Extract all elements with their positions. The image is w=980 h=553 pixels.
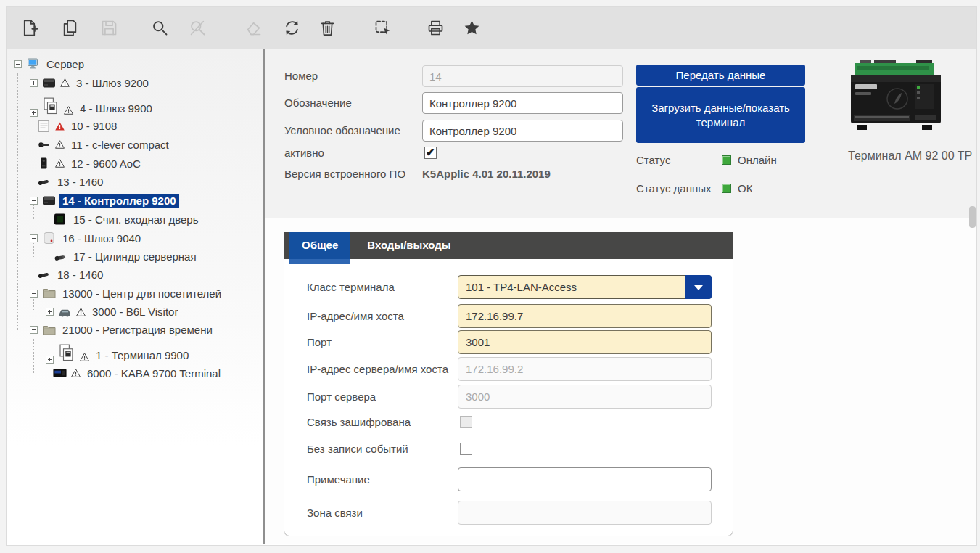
folder-icon bbox=[41, 323, 57, 337]
symbolic-designation-label: Условное обозначение bbox=[284, 120, 400, 142]
ip-address-host-field[interactable] bbox=[458, 304, 712, 328]
tree-item-label: 13 - 1460 bbox=[54, 175, 106, 189]
server-ip-address-host-field bbox=[458, 357, 712, 381]
status-indicator bbox=[722, 155, 731, 165]
cancel-search-icon bbox=[188, 18, 207, 38]
error-warning-icon bbox=[54, 121, 65, 131]
expand-plus-icon[interactable] bbox=[30, 109, 38, 117]
warning-icon bbox=[79, 352, 90, 362]
settings-tab-card: ОбщееВходы/выходы Класс терминала101 - T… bbox=[284, 232, 733, 536]
app-window: Сервер3 - Шлюз 92004 - Шлюз 990010 - 910… bbox=[6, 6, 977, 546]
designation-field[interactable] bbox=[422, 92, 623, 114]
tree-item-label: 18 - 1460 bbox=[54, 268, 106, 282]
expand-plus-icon[interactable] bbox=[46, 356, 54, 364]
tree-item-13000-центр-для-посетителей[interactable]: 13000 - Центр для посетителей bbox=[7, 284, 263, 303]
number-label: Номер bbox=[284, 65, 318, 87]
symbolic-designation-field[interactable] bbox=[422, 120, 623, 142]
lever-icon bbox=[36, 137, 52, 152]
warning-icon bbox=[75, 307, 86, 317]
firmware-version-value: K5Applic 4.01 20.11.2019 bbox=[422, 168, 551, 180]
collapse-minus-icon[interactable] bbox=[30, 234, 38, 242]
collapse-minus-icon[interactable] bbox=[30, 290, 38, 298]
select-icon[interactable] bbox=[373, 18, 392, 38]
folder-icon bbox=[41, 286, 57, 300]
number-field bbox=[422, 65, 623, 87]
status-value: Онлайн bbox=[738, 154, 777, 166]
warning-icon bbox=[59, 78, 70, 88]
note-icon bbox=[36, 119, 52, 134]
tree-item-12-9600-aoc[interactable]: 12 - 9600 AoC bbox=[7, 154, 263, 173]
print-icon[interactable] bbox=[426, 18, 445, 38]
note-label: Примечание bbox=[307, 467, 370, 491]
tree-item-10-9108[interactable]: 10 - 9108 bbox=[7, 117, 263, 135]
pages-icon bbox=[41, 97, 60, 117]
tree-item-17-цилиндр-серверная[interactable]: 17 - Цилиндр серверная bbox=[7, 247, 263, 266]
refresh-icon[interactable] bbox=[282, 18, 302, 38]
note-field[interactable] bbox=[458, 467, 712, 491]
tree-item-label: 10 - 9108 bbox=[68, 119, 120, 133]
ip-address-host-label: IP-адрес/имя хоста bbox=[307, 304, 404, 328]
collapse-minus-icon[interactable] bbox=[30, 197, 38, 205]
collapse-minus-icon[interactable] bbox=[14, 60, 22, 68]
no-event-log-checkbox[interactable] bbox=[460, 443, 472, 455]
tree-item-11-c-lever-compact[interactable]: 11 - c-lever compact bbox=[7, 135, 263, 154]
warning-icon bbox=[54, 158, 65, 168]
save-icon bbox=[99, 18, 119, 38]
no-event-log-label: Без записи событий bbox=[307, 443, 408, 455]
expand-plus-icon[interactable] bbox=[30, 79, 38, 87]
server-port-label: Порт сервера bbox=[307, 385, 376, 409]
tree-item-1-терминал-9900[interactable]: 1 - Терминал 9900 bbox=[7, 339, 263, 364]
tree-item-label: 21000 - Регистрация времени bbox=[59, 323, 215, 337]
port-label: Порт bbox=[307, 330, 332, 354]
tree-item-3-шлюз-9200[interactable]: 3 - Шлюз 9200 bbox=[7, 73, 263, 92]
reader-black-icon bbox=[52, 212, 67, 226]
tree-item-6000-kaba-9700-terminal[interactable]: 6000 - KABA 9700 Terminal bbox=[7, 364, 263, 382]
link-encrypted-checkbox bbox=[460, 416, 472, 428]
tree-item-15-счит-входная-дверь[interactable]: 15 - Счит. входная дверь bbox=[7, 210, 263, 229]
controller-icon bbox=[41, 75, 57, 90]
tree-item-сервер[interactable]: Сервер bbox=[7, 54, 263, 73]
tab-general[interactable]: Общее bbox=[289, 232, 350, 259]
tree-item-21000-регистрация-времени[interactable]: 21000 - Регистрация времени bbox=[7, 321, 263, 339]
cylinder-icon bbox=[52, 250, 67, 264]
delete-icon[interactable] bbox=[318, 18, 337, 38]
cylinder-flat-icon bbox=[36, 175, 52, 189]
tab-inputs-outputs[interactable]: Входы/выходы bbox=[355, 232, 463, 259]
transmit-data-button[interactable]: Передать данные bbox=[636, 65, 805, 86]
tree-item-14-контроллер-9200[interactable]: 14 - Контроллер 9200 bbox=[7, 191, 263, 210]
search-icon[interactable] bbox=[150, 18, 170, 38]
device-tree: Сервер3 - Шлюз 92004 - Шлюз 990010 - 910… bbox=[7, 54, 263, 382]
tree-item-4-шлюз-9900[interactable]: 4 - Шлюз 9900 bbox=[7, 92, 263, 117]
collapse-minus-icon[interactable] bbox=[30, 326, 38, 334]
dropdown-arrow-icon[interactable] bbox=[685, 275, 712, 299]
new-document-icon[interactable] bbox=[20, 18, 39, 38]
terminal-class-select[interactable]: 101 - TP4-LAN-Access bbox=[458, 275, 712, 299]
terminal-caption: Терминал AM 92 00 TP bbox=[848, 149, 972, 163]
tree-item-3000-b6l-visitor[interactable]: 3000 - B6L Visitor bbox=[7, 303, 263, 321]
pages-icon bbox=[57, 344, 76, 364]
warning-icon bbox=[70, 368, 81, 378]
tree-item-13-1460[interactable]: 13 - 1460 bbox=[7, 173, 263, 191]
firmware-version-label: Версия встроенного ПО bbox=[284, 168, 405, 181]
copy-icon[interactable] bbox=[60, 18, 80, 38]
load-data-show-terminal-button[interactable]: Загрузить данные/показать терминал bbox=[636, 87, 805, 143]
tree-item-18-1460[interactable]: 18 - 1460 bbox=[7, 266, 263, 284]
terminal-class-value: 101 - TP4-LAN-Access bbox=[458, 281, 685, 293]
tree-item-label: 15 - Счит. входная дверь bbox=[70, 213, 201, 226]
tree-item-label: 14 - Контроллер 9200 bbox=[59, 194, 179, 208]
content-area: Сервер3 - Шлюз 92004 - Шлюз 990010 - 910… bbox=[7, 49, 976, 544]
warning-icon bbox=[54, 139, 65, 149]
active-checkbox[interactable] bbox=[424, 147, 437, 159]
cylinder-flat-icon bbox=[36, 268, 52, 282]
tree-connector-line bbox=[17, 73, 18, 330]
warning-icon bbox=[63, 105, 74, 115]
terminal-black-icon bbox=[52, 366, 67, 380]
port-field[interactable] bbox=[458, 330, 712, 354]
tree-item-16-шлюз-9040[interactable]: 16 - Шлюз 9040 bbox=[7, 229, 263, 247]
vertical-scrollbar-thumb[interactable] bbox=[969, 206, 976, 228]
communication-zone-label: Зона связи bbox=[307, 501, 363, 525]
expand-plus-icon[interactable] bbox=[46, 308, 54, 316]
vehicle-icon bbox=[57, 305, 73, 319]
favorite-icon[interactable] bbox=[462, 18, 482, 38]
data-status-label: Статус данных bbox=[636, 182, 712, 194]
